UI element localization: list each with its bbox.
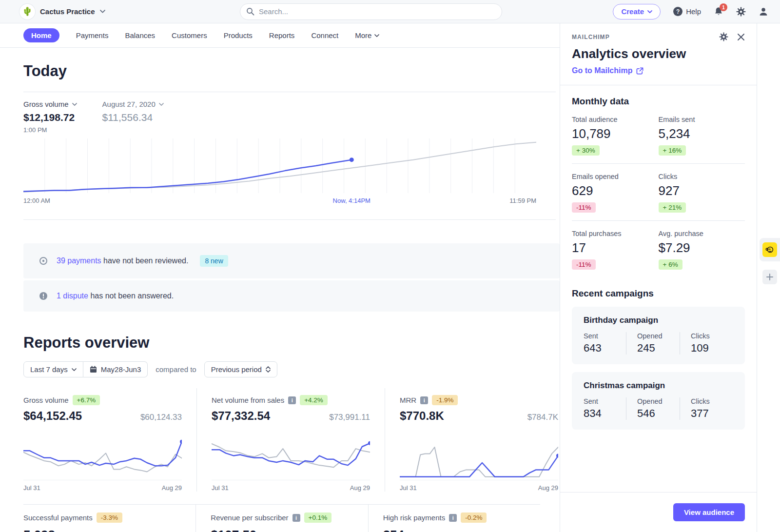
compare-date-selector[interactable]: August 27, 2020 (102, 100, 164, 108)
mailchimp-icon (764, 244, 776, 256)
successful-payments-card[interactable]: Successful payments -3.3% 5,098 (23, 504, 195, 532)
notification-count-badge: 1 (720, 3, 727, 11)
tab-connect[interactable]: Connect (311, 31, 338, 39)
tab-more[interactable]: More (355, 31, 379, 39)
stat-value: 109 (691, 342, 733, 355)
compared-to-label: compared to (156, 365, 196, 374)
x-axis-end-label: 11:59 PM (509, 197, 536, 204)
delta-badge: +0.1% (304, 512, 332, 523)
chevron-down-icon (374, 34, 379, 37)
christmas-campaign-card[interactable]: Christmas campaign Sent 834 Opened 546 C… (572, 372, 745, 430)
campaign-name: Birthday campaign (584, 315, 733, 325)
new-count-badge: 8 new (200, 255, 228, 267)
x-axis-start-label: 12:00 AM (23, 197, 50, 204)
calendar-icon (90, 366, 97, 373)
metric-value: 927 (659, 183, 745, 198)
delta-badge: -3.3% (97, 512, 122, 523)
metric-row: Emails opened 629 -11% Clicks 927 + 21% (572, 163, 745, 220)
campaign-stat: Sent 643 (584, 332, 626, 355)
mailchimp-panel: MAILCHIMP Analytics ov (560, 23, 757, 532)
card-label: Gross volume (23, 396, 69, 404)
compare-date-value: $11,556.34 (102, 112, 164, 123)
revenue-per-subscriber-card[interactable]: Revenue per subscriber i +0.1% $107.50 (195, 504, 368, 532)
card-value: 254 (383, 528, 540, 532)
add-app-button[interactable] (762, 270, 777, 284)
card-value: $77,332.54 (212, 409, 270, 423)
clicks-metric: Clicks 927 + 21% (659, 173, 745, 213)
reports-title: Reports overview (23, 334, 560, 352)
account-logo: 🌵 (20, 4, 35, 20)
avg-purchase-metric: Avg. purchase $7.29 + 6% (659, 230, 745, 270)
x-axis-start-label: Jul 31 (23, 484, 40, 492)
gross-volume-selector[interactable]: Gross volume (23, 100, 77, 108)
card-value: $64,152.45 (23, 409, 82, 423)
search-input[interactable] (240, 3, 502, 20)
tab-payments[interactable]: Payments (76, 31, 109, 39)
metric-label: Total audience (572, 116, 659, 123)
stat-value: 834 (584, 407, 626, 420)
gear-icon (736, 7, 746, 17)
date-range-picker[interactable]: May28-Jun3 (83, 361, 148, 377)
account-switcher[interactable]: 🌵 Cactus Practice (20, 4, 105, 20)
card-value: 5,098 (23, 528, 181, 532)
delta-badge: +4.2% (300, 395, 328, 405)
tab-products[interactable]: Products (224, 31, 253, 39)
gross-volume-card[interactable]: Gross volume +6.7% $64,152.45 $60,124.33… (23, 388, 196, 492)
alert-icon (39, 292, 48, 300)
date-range-dropdown[interactable]: Last 7 days (23, 361, 83, 377)
delta-badge: -11% (572, 259, 596, 270)
tab-customers[interactable]: Customers (172, 31, 207, 39)
profile-button[interactable] (759, 7, 768, 17)
delta-badge: -0.2% (461, 512, 487, 523)
birthday-campaign-card[interactable]: Birthday campaign Sent 643 Opened 245 Cl… (572, 307, 745, 364)
dispute-link[interactable]: 1 dispute (57, 292, 88, 300)
emails-opened-metric: Emails opened 629 -11% (572, 173, 659, 213)
metric-value: 10,789 (572, 126, 659, 141)
compare-date-metric: August 27, 2020 $11,556.34 (102, 100, 164, 134)
question-mark-icon: ? (673, 7, 682, 16)
go-to-mailchimp-link[interactable]: Go to Mailchimp (572, 66, 745, 75)
stat-value: 245 (637, 342, 680, 355)
recent-campaigns-title: Recent campaigns (572, 288, 745, 299)
notifications-button[interactable]: 1 (714, 6, 723, 17)
gross-volume-value: $12,198.72 (23, 112, 77, 123)
payments-review-link[interactable]: 39 payments (57, 256, 101, 265)
help-button[interactable]: ? Help (673, 7, 701, 16)
mailchimp-app-button[interactable] (762, 242, 777, 257)
notice-text: has not been answered. (88, 292, 174, 300)
chevron-updown-icon (266, 366, 271, 373)
card-value: $770.8K (400, 409, 444, 423)
campaign-stat: Clicks 109 (680, 332, 733, 355)
stat-value: 377 (691, 407, 733, 420)
main-content: Home Payments Balances Customers Product… (0, 23, 560, 532)
create-button[interactable]: Create (613, 4, 661, 20)
account-name: Cactus Practice (40, 7, 95, 16)
x-axis-end-label: Aug 29 (162, 484, 182, 492)
panel-close-icon[interactable] (737, 33, 745, 41)
delta-badge: + 16% (659, 145, 686, 156)
net-volume-card[interactable]: Net volume from sales i +4.2% $77,332.54… (196, 388, 385, 492)
card-label: Successful payments (23, 513, 93, 522)
search-icon (246, 7, 254, 16)
settings-button[interactable] (736, 7, 746, 17)
metric-value: 5,234 (659, 126, 745, 141)
tab-home[interactable]: Home (23, 28, 59, 42)
tab-balances[interactable]: Balances (125, 31, 155, 39)
app-strip (757, 23, 780, 532)
search-bar (240, 3, 502, 20)
panel-settings-icon[interactable] (719, 32, 728, 41)
info-icon: i (420, 396, 428, 404)
mrr-card[interactable]: MRR i -1.9% $770.8K $784.7K Jul 31 Aug 2… (385, 388, 558, 492)
comparison-period-select[interactable]: Previous period (204, 361, 277, 377)
chevron-down-icon (100, 10, 105, 13)
delta-badge: + 21% (659, 202, 686, 213)
primary-nav: Home Payments Balances Customers Product… (0, 23, 560, 48)
stat-label: Clicks (691, 397, 733, 405)
tab-reports[interactable]: Reports (269, 31, 295, 39)
mailchimp-app-selected (760, 238, 780, 261)
high-risk-payments-card[interactable]: High risk payments i -0.2% 254 (368, 504, 540, 532)
x-axis-end-label: Aug 29 (350, 484, 370, 492)
view-audience-button[interactable]: View audience (673, 503, 745, 521)
stat-value: 643 (584, 342, 626, 355)
card-label: High risk payments (383, 513, 446, 522)
